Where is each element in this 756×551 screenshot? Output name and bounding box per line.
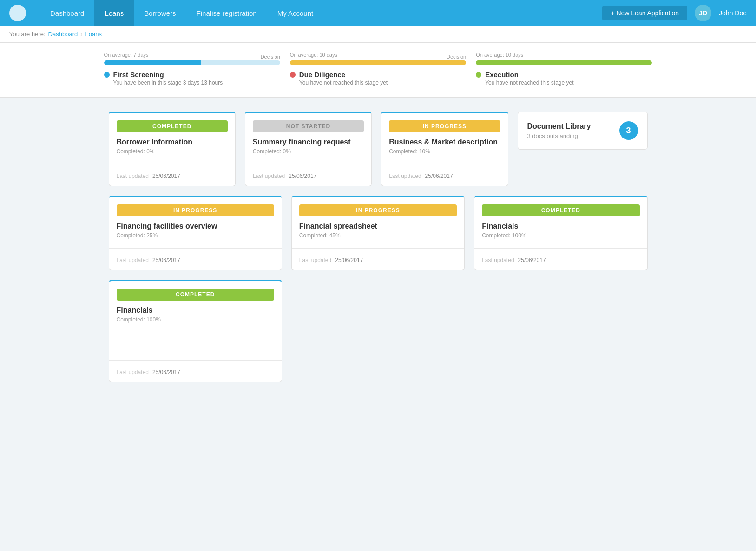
breadcrumb-prefix: You are here: xyxy=(9,31,46,38)
nav-loans[interactable]: Loans xyxy=(94,0,134,26)
stage2-subtitle: You have not reached this stage yet xyxy=(299,79,388,86)
card5-sub: Completed: 45% xyxy=(299,232,457,239)
doc-library-info: Document Library 3 docs outstanding xyxy=(527,122,591,139)
stage1-dot xyxy=(104,72,110,78)
card6-footer-label: Last updated xyxy=(482,257,514,263)
card3-footer-date: 25/06/2017 xyxy=(425,173,453,179)
card7-footer-label: Last updated xyxy=(117,369,149,375)
card1-footer: Last updated 25/06/2017 xyxy=(109,168,235,186)
card6-title: Financials xyxy=(482,222,639,230)
stage1-decision: Decision xyxy=(261,54,280,59)
stage1-title: First Screening xyxy=(113,71,223,79)
card6-footer: Last updated 25/06/2017 xyxy=(474,252,647,270)
card5-status: IN PROGRESS xyxy=(299,204,457,216)
card1-footer-label: Last updated xyxy=(117,173,149,179)
stage3-avg: On average: 10 days xyxy=(476,52,652,58)
pipeline-container: On average: 7 days Decision You are here… xyxy=(0,43,756,98)
stage-execution: On average: 10 days Execution You have n… xyxy=(471,52,657,86)
cards-row-2: IN PROGRESS Financing facilities overvie… xyxy=(109,196,648,270)
card-summary-financing[interactable]: NOT STARTED Summary financing request Co… xyxy=(245,112,372,186)
card5-title: Financial spreadsheet xyxy=(299,222,457,230)
stage2-dot xyxy=(290,72,296,78)
stage2-title: Due Diligence xyxy=(299,71,388,79)
nav-right: + New Loan Application JD John Doe xyxy=(602,5,747,21)
card2-footer: Last updated 25/06/2017 xyxy=(245,168,371,186)
card3-status: IN PROGRESS xyxy=(389,120,500,132)
card1-status: COMPLETED xyxy=(117,120,228,132)
card4-footer-label: Last updated xyxy=(117,257,149,263)
card3-footer-label: Last updated xyxy=(389,173,421,179)
navbar: Dashboard Loans Borrowers Finalise regis… xyxy=(0,0,756,26)
card6-footer-date: 25/06/2017 xyxy=(518,257,546,263)
stage3-subtitle: You have not reached this stage yet xyxy=(485,79,573,86)
card2-sub: Completed: 0% xyxy=(253,148,364,155)
document-library-card[interactable]: Document Library 3 docs outstanding 3 xyxy=(518,112,648,150)
card1-sub: Completed: 0% xyxy=(117,148,228,155)
breadcrumb-loans[interactable]: Loans xyxy=(85,31,102,38)
card4-sub: Completed: 25% xyxy=(117,232,274,239)
nav-borrowers[interactable]: Borrowers xyxy=(134,0,186,26)
breadcrumb: You are here: Dashboard › Loans xyxy=(0,26,756,43)
card-borrower-info[interactable]: COMPLETED Borrower Information Completed… xyxy=(109,112,236,186)
card3-title: Business & Market description xyxy=(389,138,500,146)
nav-links: Dashboard Loans Borrowers Finalise regis… xyxy=(40,0,602,26)
cards-row-3: COMPLETED Financials Completed: 100% Las… xyxy=(109,280,648,382)
stage-due-diligence: On average: 10 days Decision Due Diligen… xyxy=(285,52,471,86)
card2-status: NOT STARTED xyxy=(253,120,364,132)
card6-sub: Completed: 100% xyxy=(482,232,639,239)
nav-dashboard[interactable]: Dashboard xyxy=(40,0,94,26)
card7-title: Financials xyxy=(117,306,274,315)
card7-status: COMPLETED xyxy=(117,289,274,301)
stage2-avg: On average: 10 days xyxy=(290,52,466,58)
breadcrumb-sep: › xyxy=(80,31,82,38)
card4-status: IN PROGRESS xyxy=(117,204,274,216)
card-financial-spreadsheet[interactable]: IN PROGRESS Financial spreadsheet Comple… xyxy=(291,196,465,270)
new-loan-button[interactable]: + New Loan Application xyxy=(602,6,687,20)
doc-badge: 3 xyxy=(619,121,638,140)
main-content: COMPLETED Borrower Information Completed… xyxy=(99,98,657,396)
nav-logo xyxy=(9,5,26,21)
card1-footer-date: 25/06/2017 xyxy=(152,173,180,179)
cards-row-1: COMPLETED Borrower Information Completed… xyxy=(109,112,648,186)
card2-footer-date: 25/06/2017 xyxy=(289,173,316,179)
card4-footer: Last updated 25/06/2017 xyxy=(109,252,282,270)
user-name: John Doe xyxy=(719,9,747,17)
card6-status: COMPLETED xyxy=(482,204,639,216)
doc-library-sub: 3 docs outstanding xyxy=(527,132,591,139)
card3-sub: Completed: 10% xyxy=(389,148,500,155)
stage3-title: Execution xyxy=(485,71,573,79)
card5-footer-label: Last updated xyxy=(299,257,331,263)
doc-library-title: Document Library xyxy=(527,122,591,131)
card3-footer: Last updated 25/06/2017 xyxy=(381,168,507,186)
stage2-decision: Decision xyxy=(447,54,466,59)
card1-title: Borrower Information xyxy=(117,138,228,146)
card5-footer: Last updated 25/06/2017 xyxy=(292,252,464,270)
card5-footer-date: 25/06/2017 xyxy=(335,257,363,263)
card7-footer: Last updated 25/06/2017 xyxy=(109,364,282,382)
stage1-avg: On average: 7 days xyxy=(104,52,280,58)
stage3-dot xyxy=(476,72,481,78)
card-financials-1[interactable]: COMPLETED Financials Completed: 100% Las… xyxy=(474,196,647,270)
card-financing-facilities[interactable]: IN PROGRESS Financing facilities overvie… xyxy=(109,196,282,270)
nav-finalise[interactable]: Finalise registration xyxy=(186,0,267,26)
card2-footer-label: Last updated xyxy=(253,173,285,179)
avatar: JD xyxy=(695,5,711,21)
card7-sub: Completed: 100% xyxy=(117,316,274,323)
card4-footer-date: 25/06/2017 xyxy=(152,257,180,263)
stage-first-screening: On average: 7 days Decision You are here… xyxy=(99,52,285,86)
nav-my-account[interactable]: My Account xyxy=(267,0,324,26)
card2-title: Summary financing request xyxy=(253,138,364,146)
card-financials-2[interactable]: COMPLETED Financials Completed: 100% Las… xyxy=(109,280,282,382)
card7-footer-date: 25/06/2017 xyxy=(152,369,180,375)
breadcrumb-dashboard[interactable]: Dashboard xyxy=(48,31,78,38)
stage1-subtitle: You have been in this stage 3 days 13 ho… xyxy=(113,79,223,86)
card-business-market[interactable]: IN PROGRESS Business & Market descriptio… xyxy=(381,112,508,186)
card4-title: Financing facilities overview xyxy=(117,222,274,230)
